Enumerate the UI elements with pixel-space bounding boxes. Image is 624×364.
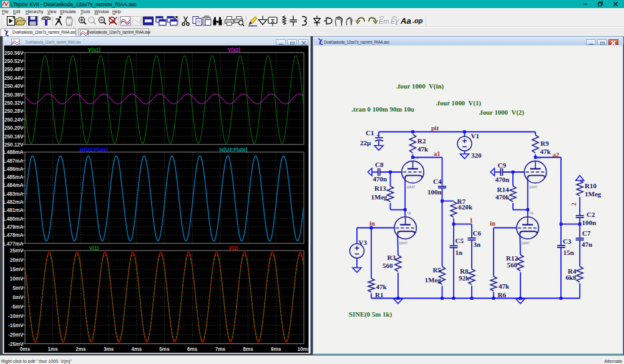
- svg-text:250.28V: 250.28V: [4, 108, 24, 114]
- svg-text:V(a1): V(a1): [88, 47, 100, 53]
- svg-text:1.482mA: 1.482mA: [2, 199, 24, 205]
- svg-text:12AX7: 12AX7: [522, 241, 530, 244]
- svg-text:1Meg: 1Meg: [425, 276, 442, 284]
- svg-text:1.486mA: 1.486mA: [2, 166, 24, 172]
- svg-text:1.485mA: 1.485mA: [2, 175, 24, 180]
- svg-text:a2: a2: [553, 151, 560, 158]
- svg-text:C9: C9: [498, 161, 507, 168]
- svg-text:12AX7: 12AX7: [529, 186, 538, 189]
- svg-text:5ms: 5ms: [159, 347, 170, 352]
- svg-text:V(2): V(2): [228, 246, 238, 251]
- svg-text:250.16V: 250.16V: [4, 134, 24, 140]
- svg-text:-15mV: -15mV: [8, 323, 24, 328]
- svg-text:1.477mA: 1.477mA: [2, 241, 24, 247]
- svg-text:+: +: [376, 133, 379, 138]
- svg-text:C2: C2: [587, 211, 595, 218]
- svg-text:560: 560: [507, 261, 518, 268]
- svg-text:1.483mA: 1.483mA: [2, 191, 24, 197]
- svg-text:47k: 47k: [376, 282, 388, 290]
- svg-text:470k: 470k: [495, 193, 510, 200]
- svg-text:in: in: [490, 219, 495, 226]
- svg-text:1n: 1n: [456, 248, 463, 256]
- svg-text:V(1): V(1): [89, 246, 99, 251]
- svg-text:Ix(U3:Plate): Ix(U3:Plate): [219, 147, 247, 153]
- svg-text:7ms: 7ms: [215, 347, 226, 352]
- svg-text:250.36V: 250.36V: [4, 92, 24, 98]
- svg-text:EƔ: EƔ: [391, 17, 400, 25]
- svg-text:Aa: Aa: [400, 16, 411, 26]
- svg-text:C4: C4: [433, 178, 442, 185]
- svg-text:250.44V: 250.44V: [4, 75, 24, 81]
- svg-text:R5: R5: [433, 266, 442, 273]
- svg-text:1.488mA: 1.488mA: [2, 150, 24, 155]
- svg-text:100n: 100n: [427, 188, 442, 195]
- svg-text:R14: R14: [497, 185, 509, 193]
- svg-text:C1: C1: [366, 128, 374, 136]
- svg-text:47n: 47n: [582, 241, 592, 248]
- svg-text:pit: pit: [431, 125, 439, 132]
- svg-text:10mV: 10mV: [10, 276, 24, 282]
- svg-text:.four 1000 V(2): .four 1000 V(2): [479, 108, 524, 117]
- svg-text:320: 320: [471, 151, 482, 158]
- svg-text:4ms: 4ms: [132, 347, 142, 352]
- svg-text:1ms: 1ms: [48, 347, 59, 352]
- svg-text:.op: .op: [412, 17, 423, 24]
- svg-text:0ms: 0ms: [20, 347, 31, 352]
- svg-text:0mV: 0mV: [12, 295, 24, 300]
- svg-text:250.24V: 250.24V: [4, 117, 24, 123]
- svg-text:-5mV: -5mV: [11, 304, 24, 310]
- svg-text:620k: 620k: [459, 203, 474, 210]
- svg-text:2: 2: [570, 202, 577, 205]
- svg-text:V(a2): V(a2): [228, 47, 240, 53]
- svg-text:R6: R6: [498, 291, 507, 299]
- svg-text:R1: R1: [375, 291, 383, 299]
- svg-text:C8: C8: [375, 161, 384, 168]
- svg-text:250.20V: 250.20V: [4, 125, 24, 131]
- svg-text:U3: U3: [407, 212, 411, 215]
- svg-text:-10mV: -10mV: [8, 314, 24, 319]
- svg-text:47k: 47k: [540, 147, 552, 155]
- svg-text:250.40V: 250.40V: [4, 84, 24, 89]
- svg-text:12AX7: 12AX7: [399, 241, 408, 244]
- svg-text:100n: 100n: [582, 218, 597, 226]
- svg-text:R10: R10: [585, 182, 597, 189]
- svg-text:47k: 47k: [417, 145, 429, 152]
- svg-text:C5: C5: [456, 237, 464, 244]
- svg-text:R13: R13: [374, 184, 386, 192]
- svg-text:250.48V: 250.48V: [4, 67, 24, 72]
- svg-text:.four 1000 V(1): .four 1000 V(1): [436, 99, 482, 107]
- svg-text:C7: C7: [582, 229, 591, 237]
- svg-text:1: 1: [470, 216, 473, 223]
- svg-text:9ms: 9ms: [271, 347, 281, 352]
- svg-text:15mV: 15mV: [10, 267, 24, 272]
- svg-text:V3: V3: [359, 238, 368, 246]
- svg-text:250.52V: 250.52V: [4, 59, 24, 64]
- svg-text:SINE(0 5m 1k): SINE(0 5m 1k): [349, 310, 392, 318]
- svg-text:V1: V1: [471, 132, 479, 139]
- svg-text:250.12V: 250.12V: [4, 142, 24, 148]
- svg-text:1Meg: 1Meg: [371, 193, 388, 200]
- svg-text:1Meg: 1Meg: [585, 190, 602, 198]
- svg-text:1.480mA: 1.480mA: [2, 216, 24, 222]
- svg-text:-20mV: -20mV: [8, 332, 24, 338]
- svg-text:470n: 470n: [373, 175, 387, 182]
- svg-text:22µ: 22µ: [360, 139, 371, 146]
- svg-text:U4: U4: [530, 212, 534, 215]
- svg-text:C3: C3: [563, 237, 572, 244]
- svg-text:25mV: 25mV: [10, 248, 24, 254]
- svg-text:5mV: 5mV: [12, 285, 24, 291]
- svg-text:3ms: 3ms: [104, 347, 114, 352]
- svg-text:47k: 47k: [499, 282, 510, 289]
- svg-text:15n: 15n: [563, 248, 574, 256]
- svg-text:1.481mA: 1.481mA: [2, 208, 24, 213]
- svg-text:C6: C6: [473, 229, 482, 237]
- svg-text:in: in: [369, 219, 375, 226]
- svg-text:2ms: 2ms: [76, 347, 86, 352]
- svg-text:10ms: 10ms: [298, 347, 309, 352]
- svg-text:1.487mA: 1.487mA: [2, 158, 24, 164]
- svg-text:a1: a1: [434, 150, 441, 157]
- svg-text:250.56V: 250.56V: [4, 50, 24, 56]
- svg-text:92k: 92k: [459, 274, 470, 281]
- svg-text:R3: R3: [388, 253, 396, 261]
- svg-text:.tran 0 100m 90m 10u: .tran 0 100m 90m 10u: [351, 105, 414, 113]
